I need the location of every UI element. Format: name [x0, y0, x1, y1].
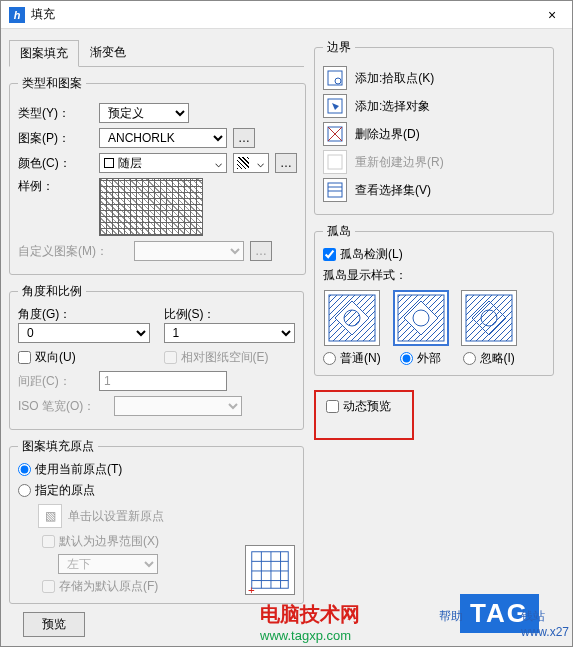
- bidir-label: 双向(U): [35, 349, 76, 366]
- origin-position-select: 左下: [58, 554, 158, 574]
- legend-type-pattern: 类型和图案: [18, 75, 86, 92]
- relative-paper-checkbox: [164, 351, 177, 364]
- angle-label: 角度(G)：: [18, 306, 150, 323]
- type-select[interactable]: 预定义: [99, 103, 189, 123]
- custom-pattern-label: 自定义图案(M)：: [18, 243, 128, 260]
- svg-text:+: +: [248, 584, 255, 594]
- scale-select[interactable]: 1: [164, 323, 296, 343]
- bidir-checkbox[interactable]: [18, 351, 31, 364]
- remove-boundary-icon[interactable]: [323, 122, 347, 146]
- click-new-origin-label: 单击以设置新原点: [68, 508, 164, 525]
- pattern-preview[interactable]: [99, 178, 203, 236]
- origin-preview: +: [245, 545, 295, 595]
- legend-island: 孤岛: [323, 223, 355, 240]
- dynamic-preview-checkbox[interactable]: [326, 400, 339, 413]
- chevron-down-icon: ⌵: [253, 156, 268, 170]
- island-normal-radio[interactable]: [323, 352, 336, 365]
- island-style-label: 孤岛显示样式：: [323, 267, 545, 284]
- tab-gradient[interactable]: 渐变色: [79, 39, 137, 66]
- specified-origin-radio[interactable]: [18, 484, 31, 497]
- remove-boundary-label[interactable]: 删除边界(D): [355, 126, 420, 143]
- island-outer-preview[interactable]: [393, 290, 449, 346]
- iso-pen-select: [114, 396, 242, 416]
- watermark-url: www.tagxp.com: [260, 628, 360, 643]
- island-ignore-preview[interactable]: [461, 290, 517, 346]
- group-type-pattern: 类型和图案 类型(Y)： 预定义 图案(P)： ANCHORLK … 颜色(C)…: [9, 75, 306, 275]
- window-title: 填充: [31, 6, 540, 23]
- island-outer-radio[interactable]: [400, 352, 413, 365]
- group-angle-scale: 角度和比例 角度(G)： 0 双向(U) 比例(S)： 1 相对图纸空间(E) …: [9, 283, 304, 430]
- default-bounds-checkbox: [42, 535, 55, 548]
- legend-angle-scale: 角度和比例: [18, 283, 86, 300]
- color-value: 随层: [118, 155, 142, 172]
- sample-label: 样例：: [18, 178, 93, 195]
- pattern-browse-button[interactable]: …: [233, 128, 255, 148]
- spacing-input: [99, 371, 227, 391]
- close-button[interactable]: ×: [540, 7, 564, 23]
- recreate-boundary-label: 重新创建边界(R): [355, 154, 444, 171]
- layer-color-select[interactable]: ⌵: [233, 153, 269, 173]
- use-current-origin-label: 使用当前原点(T): [35, 461, 122, 478]
- island-normal-preview[interactable]: [324, 290, 380, 346]
- tab-pattern-fill[interactable]: 图案填充: [9, 40, 79, 67]
- legend-origin: 图案填充原点: [18, 438, 98, 455]
- chevron-down-icon: ⌵: [211, 156, 226, 170]
- island-ignore-radio[interactable]: [463, 352, 476, 365]
- custom-pattern-browse: …: [250, 241, 272, 261]
- use-current-origin-radio[interactable]: [18, 463, 31, 476]
- view-selection-icon[interactable]: [323, 178, 347, 202]
- footer-right: 钱站 www.x27: [521, 608, 569, 639]
- color-select[interactable]: 随层 ⌵: [99, 153, 227, 173]
- watermark-text: 电脑技术网: [260, 601, 360, 628]
- app-icon: h: [9, 7, 25, 23]
- color-swatch-icon: [104, 158, 114, 168]
- click-origin-icon: ▧: [38, 504, 62, 528]
- angle-select[interactable]: 0: [18, 323, 150, 343]
- tabs: 图案填充 渐变色: [9, 39, 304, 67]
- group-island: 孤岛 孤岛检测(L) 孤岛显示样式： 普通(N) 外部 忽略(I): [314, 223, 554, 376]
- pick-point-icon[interactable]: [323, 66, 347, 90]
- svg-point-21: [344, 310, 360, 326]
- pick-point-label[interactable]: 添加:拾取点(K): [355, 70, 434, 87]
- legend-boundary: 边界: [323, 39, 355, 56]
- specified-origin-label: 指定的原点: [35, 482, 95, 499]
- custom-pattern-select: [134, 241, 244, 261]
- svg-point-24: [413, 310, 429, 326]
- island-detect-label: 孤岛检测(L): [340, 246, 403, 263]
- type-label: 类型(Y)：: [18, 105, 93, 122]
- spacing-label: 间距(C)：: [18, 373, 93, 390]
- select-obj-label[interactable]: 添加:选择对象: [355, 98, 430, 115]
- help-link[interactable]: 帮助: [439, 608, 463, 625]
- svg-rect-15: [328, 183, 342, 197]
- svg-rect-0: [252, 552, 288, 588]
- select-obj-icon[interactable]: [323, 94, 347, 118]
- svg-rect-14: [328, 155, 342, 169]
- pattern-select[interactable]: ANCHORLK: [99, 128, 227, 148]
- svg-rect-25: [466, 295, 512, 341]
- default-bounds-label: 默认为边界范围(X): [59, 533, 159, 550]
- island-ignore-label: 忽略(I): [480, 350, 515, 367]
- swap-button[interactable]: …: [275, 153, 297, 173]
- island-normal-label: 普通(N): [340, 350, 381, 367]
- dynamic-preview-highlight: 动态预览: [314, 390, 414, 440]
- titlebar: h 填充 ×: [1, 1, 572, 29]
- hatch-icon: [237, 157, 249, 169]
- relative-paper-label: 相对图纸空间(E): [181, 349, 269, 366]
- preview-button[interactable]: 预览: [23, 612, 85, 637]
- svg-point-9: [335, 78, 341, 84]
- dynamic-preview-label: 动态预览: [343, 398, 391, 415]
- watermark: 电脑技术网 www.tagxp.com: [260, 601, 360, 643]
- view-selection-label[interactable]: 查看选择集(V): [355, 182, 431, 199]
- recreate-boundary-icon: [323, 150, 347, 174]
- scale-label: 比例(S)：: [164, 306, 296, 323]
- color-label: 颜色(C)：: [18, 155, 93, 172]
- group-boundary: 边界 添加:拾取点(K) 添加:选择对象 删除边界(D) 重新创建边界(R) 查…: [314, 39, 554, 215]
- store-default-checkbox: [42, 580, 55, 593]
- pattern-label: 图案(P)：: [18, 130, 93, 147]
- island-detect-checkbox[interactable]: [323, 248, 336, 261]
- store-default-label: 存储为默认原点(F): [59, 578, 158, 595]
- iso-pen-label: ISO 笔宽(O)：: [18, 398, 108, 415]
- group-origin: 图案填充原点 使用当前原点(T) 指定的原点 ▧单击以设置新原点 默认为边界范围…: [9, 438, 304, 604]
- island-outer-label: 外部: [417, 350, 441, 367]
